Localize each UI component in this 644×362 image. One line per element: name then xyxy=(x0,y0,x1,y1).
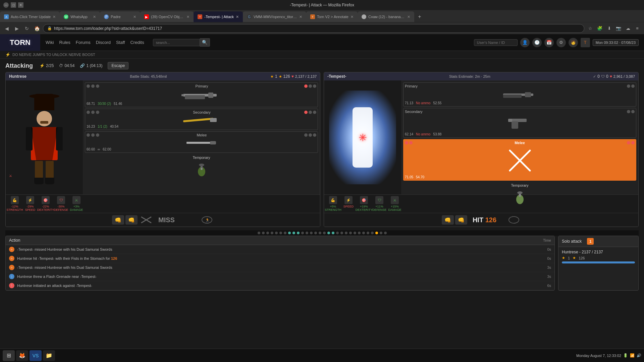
settings-icon[interactable]: ⚙ xyxy=(556,38,566,47)
torn-icon[interactable]: T xyxy=(581,38,590,47)
dot-26 xyxy=(367,232,369,234)
nav-forums[interactable]: Forums xyxy=(76,40,91,45)
svg-point-10 xyxy=(199,164,204,166)
extensions-btn[interactable]: 🧩 xyxy=(596,24,604,33)
address-bar: ◀ ▶ ↻ 🏠 🔒 https://www.torn.com/loader.ph… xyxy=(0,22,644,34)
buff-speed-label: -29% xyxy=(26,205,34,208)
system-menu-btn[interactable]: ⊞ xyxy=(3,350,15,361)
tab-opencv[interactable]: ▶ (39) OpenCV Object Detect... ✕ xyxy=(140,11,194,22)
bookmark-btn[interactable]: ☆ xyxy=(586,24,594,33)
def-secondary-stats: 62.14 No ammo 53.88 xyxy=(405,132,635,136)
new-tab-btn[interactable]: + xyxy=(414,11,425,22)
calendar-icon[interactable]: 📅 xyxy=(544,38,554,47)
back-btn[interactable]: ◀ xyxy=(3,24,11,33)
sec-dot-3 xyxy=(96,111,99,114)
solo-player-name: Huntrese - 2137 / 2137 xyxy=(562,250,635,254)
nav-staff[interactable]: Staff xyxy=(116,40,125,45)
search-btn[interactable]: 🔍 xyxy=(200,38,210,47)
def-melee-dots xyxy=(405,141,413,144)
body xyxy=(31,127,58,160)
screenshot-btn[interactable]: 📷 xyxy=(614,24,623,33)
dot-29 xyxy=(380,232,382,234)
dot-2 xyxy=(262,232,265,234)
def-buff-def-label: +11% xyxy=(375,205,383,208)
logo-text: TORN xyxy=(10,38,31,47)
defender-result: 👊 👊 HIT 126 xyxy=(324,213,638,227)
hand-icon-1: 👊 xyxy=(112,215,124,225)
buff-dmg-att: ⚔ +3% DAMAGE xyxy=(69,196,84,212)
restore-btn[interactable]: ◻ xyxy=(11,2,16,8)
notice-bar: ⚡ DO NERVE JUMPS TO UNLOCK NERVE BOOST xyxy=(0,51,644,59)
reload-btn[interactable]: ↻ xyxy=(23,24,31,33)
attacker-name[interactable]: Huntrese xyxy=(9,74,26,79)
nav-wiki[interactable]: Wiki xyxy=(46,40,54,45)
terminal-icon: 📁 xyxy=(46,352,52,359)
melee-label: Melee xyxy=(197,133,207,137)
primary-weapon-img xyxy=(87,89,316,102)
battle-arena: Huntrese Battle Stats: 45,548mil ★ 1 ★ 1… xyxy=(5,72,639,227)
home-btn[interactable]: 🏠 xyxy=(33,24,41,33)
game-logo[interactable]: TORN xyxy=(0,34,40,51)
primary-ammo: 30/30 (2) xyxy=(98,102,111,106)
melee-equip-dots xyxy=(304,133,316,137)
def-primary-label: Primary xyxy=(405,84,418,88)
tab-torn-v2[interactable]: T Torn V2 > Annotate ✕ xyxy=(306,11,358,22)
tab-close-snap[interactable]: ✕ xyxy=(407,15,410,19)
dot-15 xyxy=(319,232,321,234)
user-name-input[interactable] xyxy=(474,39,518,46)
minimize-btn[interactable]: — xyxy=(3,2,9,8)
primary-stat1: 68.71 xyxy=(87,102,95,106)
def-prim-ammo: No ammo xyxy=(416,101,430,105)
tab-close-attack[interactable]: ✕ xyxy=(236,15,239,19)
history-icon[interactable]: 🕐 xyxy=(532,38,542,47)
chain-value: 1 (04:13) xyxy=(86,63,102,68)
sec-equip-red xyxy=(304,111,308,114)
terminal-taskbar-btn[interactable]: 📁 xyxy=(43,350,55,361)
tab-close-whatsapp[interactable]: ✕ xyxy=(93,15,96,19)
tab-snap[interactable]: Снам (12) - bananananaaa... ✕ xyxy=(358,11,414,22)
def-hp-text: 2,961 / 3,087 xyxy=(613,74,635,78)
menu-btn[interactable]: ≡ xyxy=(633,24,641,33)
tab-auto-click[interactable]: A Auto-Click Timer Update ✕ xyxy=(0,11,60,22)
knife-svg xyxy=(185,139,218,146)
def-melee-weapon: Melee xyxy=(403,139,636,181)
tab-close-vmm[interactable]: ✕ xyxy=(299,15,302,19)
hit-star: ✳ xyxy=(359,132,367,143)
tab-favicon-auto-click: A xyxy=(4,14,9,19)
melee-header: Melee xyxy=(87,133,316,137)
firefox-taskbar-btn[interactable]: 🦊 xyxy=(16,350,28,361)
defender-name[interactable]: -Tempest- xyxy=(327,74,346,79)
def-melee-header: Melee xyxy=(405,141,635,145)
sync-btn[interactable]: ☁ xyxy=(624,24,632,33)
search-input[interactable] xyxy=(153,39,200,46)
nav-credits[interactable]: Credits xyxy=(130,40,144,45)
tab-attack[interactable]: T -Tempest- | Attack ✕ xyxy=(194,11,243,22)
forward-btn[interactable]: ▶ xyxy=(13,24,21,33)
user-avatar[interactable]: 🧑 xyxy=(569,38,578,47)
attacker-hp-text: 2,137 / 2,137 xyxy=(295,74,317,78)
escape-btn[interactable]: Escape xyxy=(108,62,128,69)
close-btn[interactable]: ✕ xyxy=(18,2,23,8)
buff-strength-def: 💪 +5% STRENGTH xyxy=(326,196,340,212)
tab-padre[interactable]: P Padre ✕ xyxy=(100,11,140,22)
url-bar[interactable]: 🔒 https://www.torn.com/loader.php?sid=at… xyxy=(43,24,584,33)
nav-discord[interactable]: Discord xyxy=(96,40,111,45)
tab-whatsapp[interactable]: W WhatsApp ✕ xyxy=(60,11,100,22)
vscode-taskbar-btn[interactable]: VS xyxy=(30,350,42,361)
nav-rules[interactable]: Rules xyxy=(59,40,70,45)
def-heart-icon: ♥ xyxy=(610,74,612,79)
taskbar-right: Monday August 7, 12:33:02 🔋 📶 🔊 xyxy=(576,353,641,358)
solo-hp-fill xyxy=(562,261,635,263)
tab-label-opencv: (39) OpenCV Object Detect... xyxy=(151,15,184,19)
tab-vmm[interactable]: G VMM-MMV/opencv_titoria... ✕ xyxy=(243,11,306,22)
def-secondary-header: Secondary xyxy=(405,110,635,114)
def-buff-def-name: DEFENSE xyxy=(372,208,387,212)
log-text-4: Huntrese threw a Flash Grenade near -Tem… xyxy=(17,275,538,279)
def-melee-stat2: 54.70 xyxy=(416,175,424,179)
tab-close-padre[interactable]: ✕ xyxy=(133,15,136,19)
tab-close-opencv[interactable]: ✕ xyxy=(186,15,190,19)
tab-close-auto-click[interactable]: ✕ xyxy=(53,15,56,19)
tab-close-torn-v2[interactable]: ✕ xyxy=(351,15,354,19)
user-search-icon[interactable]: 👤 xyxy=(520,38,530,47)
download-btn[interactable]: ⬇ xyxy=(605,24,613,33)
